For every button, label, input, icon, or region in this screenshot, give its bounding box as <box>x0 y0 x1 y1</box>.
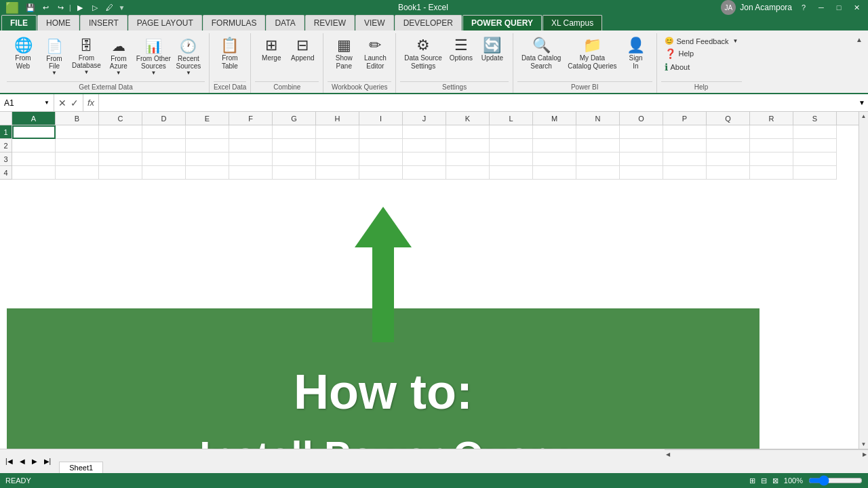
cell-O2[interactable] <box>620 139 663 152</box>
col-header-P[interactable]: P <box>663 112 707 125</box>
cell-I4[interactable] <box>359 166 403 180</box>
cell-I3[interactable] <box>359 152 403 166</box>
cell-I1[interactable] <box>359 125 403 139</box>
cell-B3[interactable] <box>56 152 99 166</box>
cancel-formula-btn[interactable]: ✕ <box>57 98 68 108</box>
col-header-Q[interactable]: Q <box>707 112 750 125</box>
draw-btn[interactable]: 🖊 <box>104 1 116 14</box>
about-btn[interactable]: ℹ About <box>663 61 692 73</box>
restore-btn[interactable]: □ <box>833 1 845 14</box>
cell-F4[interactable] <box>229 166 273 180</box>
next-sheet-btn[interactable]: ▶ <box>29 456 40 466</box>
sheet1-tab[interactable]: Sheet1 <box>59 462 103 473</box>
cell-R1[interactable] <box>750 125 793 139</box>
cell-J2[interactable] <box>403 139 446 152</box>
launch-editor-btn[interactable]: ✏ LaunchEditor <box>360 36 390 73</box>
cell-K2[interactable] <box>446 139 490 152</box>
name-box[interactable]: A1 ▼ <box>0 94 54 111</box>
from-azure-btn[interactable]: ☁ FromAzure ▼ <box>104 36 134 78</box>
cell-R2[interactable] <box>750 139 793 152</box>
redo-btn[interactable]: ↪ <box>54 1 66 14</box>
horizontal-scrollbar[interactable]: ◀ ▶ <box>665 449 868 459</box>
cell-M3[interactable] <box>533 152 576 166</box>
zoom-slider[interactable] <box>808 475 863 486</box>
tab-powerquery[interactable]: POWER QUERY <box>462 15 542 30</box>
tab-developer[interactable]: DEVELOPER <box>395 15 462 30</box>
status-page-break-icon[interactable]: ⊠ <box>772 476 778 485</box>
tab-formulas[interactable]: FORMULAS <box>203 15 266 30</box>
cell-C3[interactable] <box>99 152 142 166</box>
col-header-E[interactable]: E <box>186 112 229 125</box>
scroll-up-btn[interactable]: ▲ <box>860 112 868 121</box>
cell-M1[interactable] <box>533 125 576 139</box>
my-data-catalog-queries-btn[interactable]: 📁 My DataCatalog Queries <box>565 36 619 73</box>
status-normal-view-icon[interactable]: ⊟ <box>761 476 767 485</box>
tab-view[interactable]: VIEW <box>355 15 394 30</box>
scroll-left-btn[interactable]: ◀ <box>665 450 671 459</box>
cell-H3[interactable] <box>316 152 359 166</box>
tab-insert[interactable]: INSERT <box>80 15 127 30</box>
append-btn[interactable]: ⊟ Append <box>288 36 317 64</box>
cell-E3[interactable] <box>186 152 229 166</box>
status-page-layout-icon[interactable]: ⊞ <box>749 476 755 485</box>
col-header-K[interactable]: K <box>446 112 490 125</box>
cell-F2[interactable] <box>229 139 273 152</box>
cell-C2[interactable] <box>99 139 142 152</box>
col-header-J[interactable]: J <box>403 112 446 125</box>
cell-E4[interactable] <box>186 166 229 180</box>
cell-M2[interactable] <box>533 139 576 152</box>
col-header-S[interactable]: S <box>793 112 837 125</box>
update-btn[interactable]: 🔄 Update <box>477 36 507 64</box>
col-header-A[interactable]: A <box>12 112 56 125</box>
cell-O1[interactable] <box>620 125 663 139</box>
last-sheet-btn[interactable]: ▶| <box>41 456 54 466</box>
cell-A4[interactable] <box>12 166 56 180</box>
cell-N2[interactable] <box>576 139 620 152</box>
cell-F1[interactable] <box>229 125 273 139</box>
cell-E1[interactable] <box>186 125 229 139</box>
cell-J1[interactable] <box>403 125 446 139</box>
vertical-scrollbar[interactable]: ▲ ▼ <box>859 112 868 449</box>
tab-home[interactable]: HOME <box>37 15 79 30</box>
sign-in-btn[interactable]: 👤 SignIn <box>621 36 651 73</box>
cell-B4[interactable] <box>56 166 99 180</box>
cell-H1[interactable] <box>316 125 359 139</box>
minimize-btn[interactable]: ─ <box>815 1 827 14</box>
prev-sheet-btn[interactable]: ◀ <box>17 456 28 466</box>
cell-A3[interactable] <box>12 152 56 166</box>
cell-D3[interactable] <box>142 152 186 166</box>
first-sheet-btn[interactable]: |◀ <box>3 456 16 466</box>
collapse-ribbon-btn[interactable]: ▲ <box>853 33 865 93</box>
cell-G3[interactable] <box>273 152 316 166</box>
col-header-G[interactable]: G <box>273 112 316 125</box>
cell-N1[interactable] <box>576 125 620 139</box>
cell-N3[interactable] <box>576 152 620 166</box>
cell-J4[interactable] <box>403 166 446 180</box>
send-feedback-btn[interactable]: 😊 Send Feedback ▼ <box>663 36 741 46</box>
expand-formula-btn[interactable]: ▼ <box>856 99 868 106</box>
undo-btn[interactable]: ↩ <box>39 1 52 14</box>
cell-D4[interactable] <box>142 166 186 180</box>
col-header-C[interactable]: C <box>99 112 142 125</box>
cell-L2[interactable] <box>490 139 533 152</box>
cell-P3[interactable] <box>663 152 707 166</box>
run-btn[interactable]: ▶ <box>74 1 86 14</box>
recent-sources-btn[interactable]: 🕐 RecentSources ▼ <box>174 36 203 78</box>
formula-input[interactable] <box>99 94 856 111</box>
cell-S2[interactable] <box>793 139 837 152</box>
debug-btn[interactable]: ▷ <box>89 1 101 14</box>
cell-A2[interactable] <box>12 139 56 152</box>
col-header-H[interactable]: H <box>316 112 359 125</box>
cell-I2[interactable] <box>359 139 403 152</box>
cell-Q1[interactable] <box>707 125 750 139</box>
col-header-O[interactable]: O <box>620 112 663 125</box>
tab-review[interactable]: REVIEW <box>305 15 355 30</box>
cell-Q2[interactable] <box>707 139 750 152</box>
cell-B2[interactable] <box>56 139 99 152</box>
col-header-I[interactable]: I <box>359 112 403 125</box>
cell-P1[interactable] <box>663 125 707 139</box>
cell-E2[interactable] <box>186 139 229 152</box>
show-pane-btn[interactable]: ▦ ShowPane <box>329 36 359 73</box>
from-web-btn[interactable]: 🌐 FromWeb <box>8 36 38 73</box>
cell-S3[interactable] <box>793 152 837 166</box>
